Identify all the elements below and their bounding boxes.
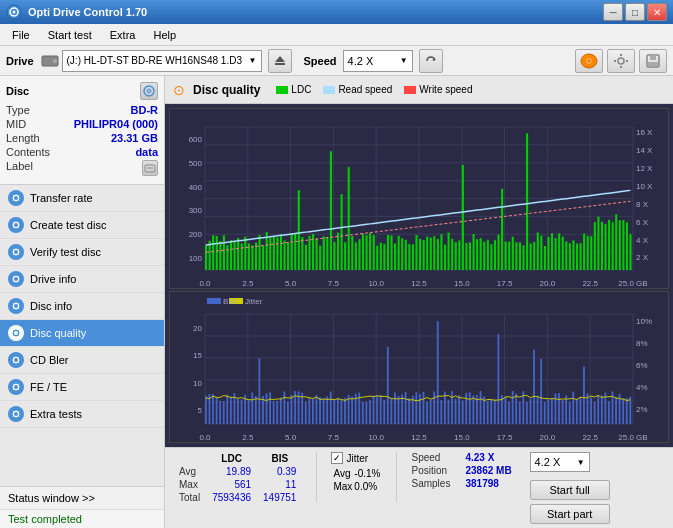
nav-item-drive-info[interactable]: Drive info [0, 266, 164, 293]
contents-label: Contents [6, 146, 50, 158]
start-part-button[interactable]: Start part [530, 504, 610, 524]
avg-label: Avg [173, 465, 206, 478]
nav-item-extra-tests[interactable]: Extra tests [0, 401, 164, 428]
title-bar-controls: ─ □ ✕ [603, 3, 667, 21]
refresh-button[interactable] [419, 49, 443, 73]
status-window-button[interactable]: Status window >> [0, 487, 164, 510]
maximize-button[interactable]: □ [625, 3, 645, 21]
jitter-table: Avg -0.1% Max 0.0% [331, 466, 382, 494]
refresh-icon [425, 55, 437, 67]
jitter-label: Jitter [346, 453, 368, 464]
nav-label-create-test-disc: Create test disc [30, 219, 106, 231]
disc-small-icon [143, 85, 155, 97]
drive-toolbar: Drive (J:) HL-DT-ST BD-RE WH16NS48 1.D3 … [0, 46, 673, 76]
divider1 [316, 452, 317, 502]
nav-item-transfer-rate[interactable]: Transfer rate [0, 185, 164, 212]
jitter-check[interactable]: ✓ Jitter [331, 452, 382, 464]
title-bar-left: Opti Drive Control 1.70 [6, 4, 147, 20]
nav-item-disc-info[interactable]: Disc info [0, 293, 164, 320]
nav-icon-disc-quality [8, 325, 24, 341]
nav-label-disc-info: Disc info [30, 300, 72, 312]
nav-label-extra-tests: Extra tests [30, 408, 82, 420]
speed-row: Speed 4.23 X [411, 452, 511, 463]
drive-select-arrow: ▼ [249, 56, 257, 65]
menu-item-extra[interactable]: Extra [102, 27, 144, 43]
legend-write-label: Write speed [419, 84, 472, 95]
jitter-avg-label: Avg [333, 468, 352, 479]
nav-label-drive-info: Drive info [30, 273, 76, 285]
disc-panel-title: Disc [6, 85, 29, 97]
total-row: Total 7593436 149751 [173, 491, 302, 504]
nav-icon-disc-info [8, 298, 24, 314]
max-label: Max [173, 478, 206, 491]
sidebar: Disc Type BD-R MID PHILIPR04 (000) Leng [0, 76, 165, 528]
divider2 [396, 452, 397, 502]
samples-label: Samples [411, 478, 461, 489]
nav-item-disc-quality[interactable]: Disc quality [0, 320, 164, 347]
speed-dropdown-small[interactable]: 4.2 X ▼ [530, 452, 590, 472]
settings-button[interactable] [607, 49, 635, 73]
start-full-button[interactable]: Start full [530, 480, 610, 500]
chart1-canvas [170, 109, 668, 288]
chart-header: ⊙ Disc quality LDC Read speed Write spee… [165, 76, 673, 104]
save-button[interactable] [639, 49, 667, 73]
avg-row: Avg 19.89 0.39 [173, 465, 302, 478]
jitter-checkbox[interactable]: ✓ [331, 452, 343, 464]
svg-point-10 [588, 60, 590, 62]
minimize-button[interactable]: ─ [603, 3, 623, 21]
legend-ldc-label: LDC [291, 84, 311, 95]
menu-item-start-test[interactable]: Start test [40, 27, 100, 43]
svg-rect-6 [275, 63, 285, 65]
label-icon-btn[interactable] [142, 160, 158, 176]
nav-item-fe-te[interactable]: FE / TE [0, 374, 164, 401]
eject-button[interactable] [268, 49, 292, 73]
svg-point-37 [14, 358, 18, 362]
svg-point-31 [14, 277, 18, 281]
disc-label-row: Label [6, 160, 158, 176]
disc-icon-button[interactable] [575, 49, 603, 73]
svg-point-25 [14, 196, 18, 200]
speed-select[interactable]: 4.2 X ▼ [343, 50, 413, 72]
app-title: Opti Drive Control 1.70 [28, 6, 147, 18]
nav-label-disc-quality: Disc quality [30, 327, 86, 339]
disc-panel: Disc Type BD-R MID PHILIPR04 (000) Leng [0, 76, 164, 185]
legend-write-color [404, 86, 416, 94]
test-status-text: Test completed [8, 513, 82, 525]
length-label: Length [6, 132, 40, 144]
settings-icon [613, 53, 629, 69]
close-button[interactable]: ✕ [647, 3, 667, 21]
jitter-avg-val: -0.1% [354, 468, 380, 479]
nav-item-verify-test-disc[interactable]: Verify test disc [0, 239, 164, 266]
nav-icon-verify-test-disc [8, 244, 24, 260]
nav-items: Transfer rateCreate test discVerify test… [0, 185, 164, 486]
chart-title-icon: ⊙ [173, 82, 185, 98]
length-value: 23.31 GB [111, 132, 158, 144]
legend-ldc: LDC [276, 84, 311, 95]
disc-icon [580, 53, 598, 69]
menu-item-help[interactable]: Help [145, 27, 184, 43]
total-label: Total [173, 491, 206, 504]
col-header-ldc: LDC [206, 452, 257, 465]
legend-ldc-color [276, 86, 288, 94]
app-icon [6, 4, 22, 20]
disc-panel-icon-btn[interactable] [140, 82, 158, 100]
menu-item-file[interactable]: File [4, 27, 38, 43]
svg-point-29 [14, 250, 18, 254]
speed-select-value: 4.2 X [348, 55, 374, 67]
speed-select-arrow: ▼ [400, 56, 408, 65]
max-row: Max 561 11 [173, 478, 302, 491]
legend-read-color [323, 86, 335, 94]
chart-ldc [169, 108, 669, 289]
position-row: Position 23862 MB [411, 465, 511, 476]
nav-label-transfer-rate: Transfer rate [30, 192, 93, 204]
speed-pos-section: Speed 4.23 X Position 23862 MB Samples 3… [411, 452, 511, 489]
speed-label: Speed [304, 55, 337, 67]
chart2-canvas [170, 292, 668, 442]
jitter-max-val: 0.0% [354, 481, 380, 492]
disc-length-row: Length 23.31 GB [6, 132, 158, 144]
nav-item-create-test-disc[interactable]: Create test disc [0, 212, 164, 239]
drive-select[interactable]: (J:) HL-DT-ST BD-RE WH16NS48 1.D3 ▼ [62, 50, 262, 72]
disc-type-row: Type BD-R [6, 104, 158, 116]
chart-bis [169, 291, 669, 443]
nav-item-cd-bler[interactable]: CD Bler [0, 347, 164, 374]
